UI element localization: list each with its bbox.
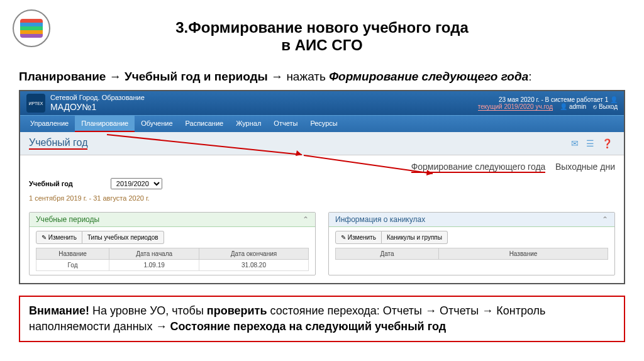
logo-books-icon [20, 19, 43, 38]
attention-t1: На уровне УО, чтобы [89, 304, 207, 317]
attention-box: Внимание! На уровне УО, чтобы проверить … [19, 296, 625, 342]
page-title: Учебный год [29, 137, 87, 150]
header-date-status: 23 мая 2020 г. - В системе работает 1 👤 [478, 96, 618, 103]
app-screenshot: ИРТЕХ Сетевой Город. Образование МАДОУ№1… [19, 90, 625, 284]
holidays-edit-button[interactable]: ✎ Изменить [335, 231, 382, 244]
attention-b2: Состояние перехода на следующий учебный … [170, 320, 447, 333]
year-select[interactable]: 2019/2020 [111, 178, 162, 189]
nav-press: нажать [286, 70, 329, 83]
menu-planning[interactable]: Планирование [75, 116, 135, 132]
form-next-year-link[interactable]: Формирование следующего года [411, 162, 546, 173]
periods-panel-body: ✎ Изменить Типы учебных периодов Названи… [30, 227, 315, 275]
main-menu: Управление Планирование Обучение Расписа… [20, 115, 624, 132]
cell-name: Год [36, 260, 109, 271]
title-line2: в АИС СГО [281, 36, 362, 53]
instruction-line: Планирование → Учебный год и периоды → н… [19, 70, 625, 84]
holidays-table: Дата Название [335, 248, 608, 260]
periods-panel-head: Учебные периоды ⌃ [30, 213, 315, 227]
nav-planning: Планирование [19, 70, 106, 83]
menu-schedule[interactable]: Расписание [179, 116, 230, 132]
org-name: МАДОУ№1 [50, 102, 145, 113]
slide-title: 3.Формирование нового учебного года в АИ… [0, 0, 644, 60]
page-heading-bar: Учебный год ✉ ☰ ❓ [20, 132, 624, 155]
logout-link[interactable]: ⎋ Выход [593, 103, 618, 110]
table-header-row: Название Дата начала Дата окончания [36, 248, 309, 260]
chevron-up-icon[interactable]: ⌃ [602, 215, 608, 224]
page-head-icons[interactable]: ✉ ☰ ❓ [571, 138, 615, 148]
app-header: ИРТЕХ Сетевой Город. Образование МАДОУ№1… [20, 91, 624, 115]
holidays-title: Информация о каникулах [335, 215, 425, 224]
weekends-link[interactable]: Выходные дни [555, 162, 615, 172]
cell-start: 1.09.19 [109, 260, 199, 271]
table-header-row: Дата Название [336, 248, 608, 260]
holidays-btn-group: ✎ Изменить Каникулы и группы [335, 231, 608, 244]
col-name: Название [36, 248, 109, 260]
menu-resources[interactable]: Ресурсы [304, 116, 343, 132]
col-name: Название [438, 248, 608, 260]
title-line1: 3.Формирование нового учебного года [175, 19, 469, 36]
holidays-panel: Информация о каникулах ⌃ ✎ Изменить Кани… [328, 212, 615, 275]
menu-management[interactable]: Управление [24, 116, 75, 132]
nav-colon: : [528, 70, 531, 83]
col-end: Дата окончания [199, 248, 309, 260]
periods-btn-group: ✎ Изменить Типы учебных периодов [36, 231, 309, 244]
irtech-logo: ИРТЕХ [26, 94, 45, 113]
system-name: Сетевой Город. Образование [50, 94, 145, 102]
page-action-links: Формирование следующего года Выходные дн… [20, 155, 624, 174]
periods-table: Название Дата начала Дата окончания Год … [36, 248, 309, 271]
year-label: Учебный год [29, 180, 73, 187]
cell-end: 31.08.20 [199, 260, 309, 271]
holidays-panel-head: Информация о каникулах ⌃ [329, 213, 614, 227]
attention-b1: проверить [207, 304, 267, 317]
arrow-1: → [109, 70, 121, 83]
holidays-panel-body: ✎ Изменить Каникулы и группы Дата Назван… [329, 227, 614, 264]
menu-education[interactable]: Обучение [135, 116, 179, 132]
year-selector-row: Учебный год 2019/2020 [20, 174, 624, 193]
holidays-groups-button[interactable]: Каникулы и группы [382, 231, 448, 244]
panels-row: Учебные периоды ⌃ ✎ Изменить Типы учебны… [20, 207, 624, 283]
arrow-2: → [271, 70, 283, 83]
attention-lead: Внимание! [29, 304, 89, 317]
menu-journal[interactable]: Журнал [230, 116, 267, 132]
app-header-left: ИРТЕХ Сетевой Город. Образование МАДОУ№1 [26, 94, 145, 113]
menu-reports[interactable]: Отчеты [267, 116, 304, 132]
periods-title: Учебные периоды [36, 215, 99, 224]
year-range-text: 1 сентября 2019 г. - 31 августа 2020 г. [20, 193, 624, 207]
period-types-button[interactable]: Типы учебных периодов [82, 231, 164, 244]
app-names: Сетевой Город. Образование МАДОУ№1 [50, 94, 145, 113]
table-row: Год 1.09.19 31.08.20 [36, 260, 309, 271]
admin-user[interactable]: 👤 admin [560, 103, 586, 110]
app-header-right: 23 мая 2020 г. - В системе работает 1 👤 … [478, 96, 618, 110]
nav-year-periods: Учебный год и периоды [125, 70, 268, 83]
chevron-up-icon[interactable]: ⌃ [303, 215, 309, 224]
periods-panel: Учебные периоды ⌃ ✎ Изменить Типы учебны… [29, 212, 316, 275]
institute-logo [13, 9, 50, 47]
periods-edit-button[interactable]: ✎ Изменить [36, 231, 82, 244]
nav-form-next: Формирование следующего года [329, 70, 528, 83]
col-date: Дата [336, 248, 439, 260]
col-start: Дата начала [109, 248, 199, 260]
current-year-indicator: текущий 2019/2020 уч.год [478, 103, 553, 111]
